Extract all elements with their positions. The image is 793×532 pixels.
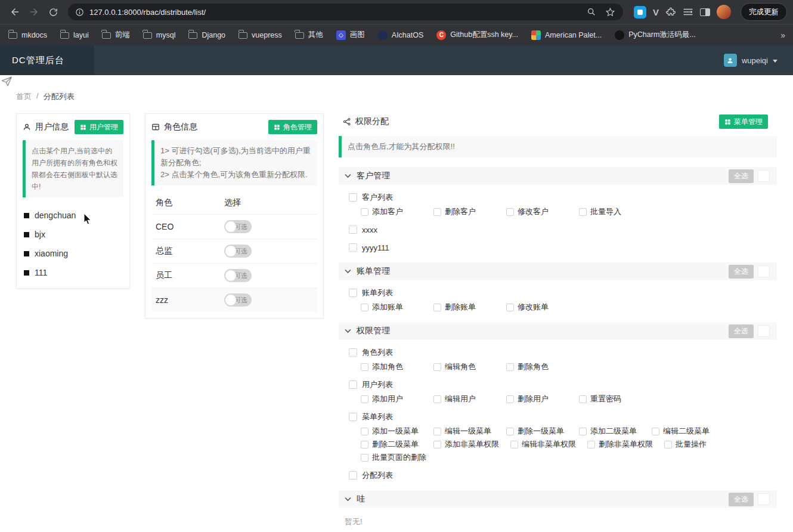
user-list-item[interactable]: dengchuan [23,206,123,225]
bookmark-item[interactable]: vuepress [238,31,282,39]
url-bar[interactable]: 127.0.0.1:8000/rbac/distribute/list/ [68,4,623,20]
bookmark-item[interactable]: PyCharm激活码最... [615,30,696,40]
checkbox[interactable] [361,454,368,462]
role-row[interactable]: 总监可选 [151,239,317,263]
bookmarks-overflow-icon[interactable]: » [775,30,785,40]
checkbox[interactable] [361,208,368,216]
role-select-toggle[interactable]: 可选 [224,293,252,307]
checkbox[interactable] [361,363,368,371]
bookmark-star-icon[interactable] [602,3,619,21]
role-row[interactable]: zzz可选 [151,287,317,312]
back-icon[interactable] [6,3,24,21]
permission-label: 删除二级菜单 [372,439,419,450]
checkbox[interactable] [349,413,357,421]
checkbox[interactable] [349,289,357,297]
permission-child: 删除一级菜单 [506,426,568,437]
checkbox[interactable] [587,441,595,449]
bookmark-item[interactable]: CGithub配置ssh key... [436,30,518,40]
checkbox[interactable] [664,441,672,449]
checkbox[interactable] [579,208,587,216]
checkbox[interactable] [506,208,514,216]
bookmark-item[interactable]: mkdocs [8,31,47,39]
permission-child: 删除非菜单权限 [587,439,653,450]
update-button[interactable]: 完成更新 [741,3,787,21]
checkbox[interactable] [349,225,357,234]
role-row[interactable]: 员工可选 [151,263,317,287]
user-panel-title: 用户信息 [23,122,69,132]
checkbox[interactable] [361,441,368,449]
reader-extension-icon[interactable] [683,7,693,17]
role-select-toggle[interactable]: 可选 [224,269,252,282]
aichat-extension-icon[interactable] [634,6,646,18]
checkbox[interactable] [510,441,518,449]
checkbox[interactable] [433,363,441,371]
checkbox[interactable] [349,381,357,389]
user-menu[interactable]: wupeiqi [724,54,793,67]
section-header[interactable]: 客户管理全选 [339,167,777,185]
role-panel-tip: 1> 可进行勾选(可多选),为当前选中的用户重新分配角色; 2> 点击某个角色,… [151,140,317,185]
site-info-icon[interactable] [75,8,84,17]
checkbox[interactable] [506,363,514,371]
reload-icon[interactable] [44,3,62,21]
role-manage-button[interactable]: 角色管理 [268,120,317,134]
section-header[interactable]: 权限管理全选 [339,322,777,340]
checkbox[interactable] [349,471,357,480]
bookmark-item[interactable]: mysql [143,31,176,39]
bookmark-item[interactable]: 前端 [102,30,130,40]
checkbox[interactable] [361,395,368,403]
user-info-panel: 用户信息 用户管理 点击某个用户,当前选中的用户所拥有的所有角色和权限都会在右侧… [16,113,130,289]
user-list-item[interactable]: bjx [23,225,123,244]
checkbox[interactable] [506,395,514,403]
select-all-button[interactable]: 全选 [729,265,754,279]
forward-icon[interactable] [25,3,43,21]
profile-avatar[interactable] [717,5,731,19]
section-header[interactable]: 账单管理全选 [339,262,777,280]
checkbox[interactable] [652,428,659,435]
checkbox[interactable] [433,428,441,435]
permission-sections: 客户管理全选客户列表添加客户删除客户修改客户批量导入xxxxyyyy111账单管… [339,167,777,527]
breadcrumb: 首页 / 分配列表 [16,91,75,102]
checkbox[interactable] [506,428,514,435]
select-all-checkbox[interactable] [758,170,770,182]
v-extension-icon[interactable]: V [653,7,659,17]
role-select-toggle[interactable]: 可选 [224,245,252,258]
role-row[interactable]: CEO可选 [151,214,317,239]
darkmode-extension-icon[interactable] [700,8,710,16]
select-all-checkbox[interactable] [758,265,770,277]
select-all-button[interactable]: 全选 [729,324,754,338]
checkbox[interactable] [349,348,357,357]
bookmark-item[interactable]: American Palet... [531,30,602,40]
bookmark-item[interactable]: Django [188,31,225,39]
select-all-button[interactable]: 全选 [729,169,754,183]
checkbox[interactable] [349,193,357,202]
checkbox[interactable] [433,395,441,403]
menu-manage-button[interactable]: 菜单管理 [719,115,768,129]
permission-child: 添加用户 [361,394,422,404]
site-icon: C [436,30,446,40]
checkbox[interactable] [433,208,441,216]
section-header[interactable]: 哇全选 [339,490,777,508]
search-icon[interactable] [583,3,600,21]
checkbox[interactable] [579,395,587,403]
bookmark-label: 前端 [115,30,130,40]
checkbox[interactable] [433,441,441,449]
bookmark-item[interactable]: ◇画图 [336,30,365,40]
checkbox[interactable] [579,428,587,435]
user-list-item[interactable]: xiaoming [23,244,123,263]
select-all-checkbox[interactable] [758,493,770,505]
checkbox[interactable] [506,304,514,311]
checkbox[interactable] [433,304,441,311]
bookmark-item[interactable]: AIchatOS [378,30,424,40]
role-select-toggle[interactable]: 可选 [224,220,252,233]
bookmark-item[interactable]: 其他 [295,30,323,40]
checkbox[interactable] [361,428,368,435]
bookmark-item[interactable]: layui [60,31,89,39]
user-list-item[interactable]: 111 [23,263,123,282]
user-manage-button[interactable]: 用户管理 [75,120,123,134]
checkbox[interactable] [361,304,368,311]
select-all-button[interactable]: 全选 [729,493,754,506]
select-all-checkbox[interactable] [758,325,770,337]
breadcrumb-home[interactable]: 首页 [16,91,32,102]
extensions-puzzle-icon[interactable] [665,7,676,17]
checkbox[interactable] [349,243,357,252]
